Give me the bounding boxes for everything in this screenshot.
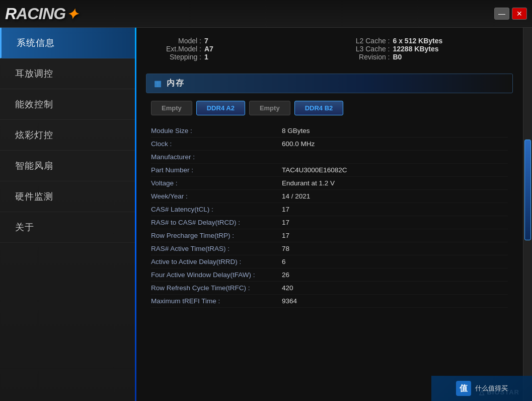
mem-row-2: Manufacturer :	[151, 151, 508, 164]
memory-details: Module Size : 8 GBytes Clock : 600.0 MHz…	[146, 124, 513, 308]
mem-val-9: 78	[282, 245, 289, 252]
cpu-extmodel-label: Ext.Model :	[151, 45, 201, 53]
mem-row-9: RAS# Active Time(tRAS) : 78	[151, 242, 508, 255]
mem-key-10: Active to Active Delay(tRRD) :	[151, 258, 282, 265]
mem-key-7: RAS# to CAS# Delay(tRCD) :	[151, 219, 282, 226]
cpu-l2cache-value: 6 x 512 KBytes	[393, 37, 443, 45]
mem-key-0: Module Size :	[151, 127, 282, 135]
mem-val-4: Endurant at 1.2 V	[282, 179, 335, 187]
cpu-l3cache-row: L3 Cache : 12288 KBytes	[340, 45, 508, 53]
sidebar-item-power[interactable]: 能效控制	[0, 89, 135, 120]
cpu-l2cache-row: L2 Cache : 6 x 512 KBytes	[340, 37, 508, 45]
mem-row-4: Voltage : Endurant at 1.2 V	[151, 177, 508, 190]
watermark-icon: 值	[456, 381, 471, 396]
scrollbar[interactable]	[523, 28, 532, 401]
sidebar-label-hardware: 硬件监测	[15, 191, 53, 202]
mem-key-4: Voltage :	[151, 179, 282, 187]
memory-section-title: 内存	[167, 78, 185, 89]
mem-row-8: Row Precharge Time(tRP) : 17	[151, 229, 508, 242]
sidebar-label-lighting: 炫彩灯控	[15, 130, 53, 140]
mem-row-3: Part Number : TAC4U3000E16082C	[151, 164, 508, 177]
mem-val-7: 17	[282, 219, 289, 226]
memory-section-header: ▦ 内存	[146, 74, 513, 93]
cpu-revision-row: Revision : B0	[340, 53, 508, 61]
mem-key-6: CAS# Latency(tCL) :	[151, 206, 282, 213]
mem-val-8: 17	[282, 232, 289, 239]
main-content: Model : 7 Ext.Model : A7 Stepping : 1 L2…	[136, 28, 523, 401]
mem-val-6: 17	[282, 206, 289, 213]
mem-key-9: RAS# Active Time(tRAS) :	[151, 245, 282, 252]
mem-val-13: 9364	[282, 297, 297, 305]
window-controls: — ✕	[494, 8, 527, 20]
cpu-model-row: Model : 7	[151, 37, 320, 45]
sidebar-label-sysinfo: 系统信息	[17, 38, 55, 48]
mem-val-12: 420	[282, 284, 293, 292]
mem-row-11: Four Active Window Delay(tFAW) : 26	[151, 269, 508, 282]
cpu-revision-value: B0	[393, 53, 402, 61]
mem-val-11: 26	[282, 271, 289, 279]
watermark: 值 什么值得买	[431, 376, 532, 401]
cpu-l2cache-label: L2 Cache :	[340, 37, 390, 45]
mem-val-5: 14 / 2021	[282, 192, 310, 200]
cpu-extmodel-value: A7	[204, 45, 213, 53]
mem-key-3: Part Number :	[151, 166, 282, 174]
sidebar-item-lighting[interactable]: 炫彩灯控	[0, 120, 135, 151]
mem-row-1: Clock : 600.0 MHz	[151, 138, 508, 151]
memory-tab-slot3[interactable]: Empty	[249, 101, 290, 115]
memory-tab-slot1[interactable]: Empty	[151, 101, 192, 115]
mem-key-1: Clock :	[151, 140, 282, 148]
cpu-info-left: Model : 7 Ext.Model : A7 Stepping : 1	[151, 37, 320, 61]
memory-tab-slot2[interactable]: DDR4 A2	[196, 101, 245, 115]
main-window: RACING✦ — ✕ 系统信息 耳放调控 能效控制 炫彩灯控 智能风扇 硬件监…	[0, 0, 532, 401]
mem-row-13: Maximum tREFI Time : 9364	[151, 295, 508, 308]
logo: RACING✦	[5, 1, 78, 26]
cpu-model-label: Model :	[151, 37, 201, 45]
memory-tab-slot2-label: DDR4 A2	[207, 104, 235, 112]
cpu-extmodel-row: Ext.Model : A7	[151, 45, 320, 53]
close-button[interactable]: ✕	[512, 8, 527, 20]
mem-row-0: Module Size : 8 GBytes	[151, 124, 508, 138]
sidebar-item-headphone[interactable]: 耳放调控	[0, 58, 135, 89]
mem-val-1: 600.0 MHz	[282, 140, 315, 148]
sidebar-label-fan: 智能风扇	[15, 161, 53, 171]
mem-key-12: Row Refresh Cycle Time(tRFC) :	[151, 284, 282, 292]
sidebar-item-hardware[interactable]: 硬件监测	[0, 181, 135, 212]
mem-key-5: Week/Year :	[151, 192, 282, 200]
memory-tab-slot4[interactable]: DDR4 B2	[294, 101, 344, 115]
mem-val-10: 6	[282, 258, 286, 265]
mem-val-3: TAC4U3000E16082C	[282, 166, 347, 174]
cpu-stepping-label: Stepping :	[151, 53, 201, 61]
mem-row-7: RAS# to CAS# Delay(tRCD) : 17	[151, 216, 508, 229]
watermark-icon-text: 值	[460, 383, 468, 394]
mem-key-11: Four Active Window Delay(tFAW) :	[151, 271, 282, 279]
cpu-l3cache-value: 12288 KBytes	[393, 45, 439, 53]
mem-key-8: Row Precharge Time(tRP) :	[151, 232, 282, 239]
memory-tab-slot4-label: DDR4 B2	[305, 104, 333, 112]
mem-row-6: CAS# Latency(tCL) : 17	[151, 203, 508, 216]
mem-row-5: Week/Year : 14 / 2021	[151, 190, 508, 203]
scrollbar-track	[523, 28, 532, 401]
sidebar-label-power: 能效控制	[15, 99, 53, 109]
mem-row-10: Active to Active Delay(tRRD) : 6	[151, 255, 508, 269]
cpu-stepping-value: 1	[204, 53, 208, 61]
sidebar-item-sysinfo[interactable]: 系统信息	[0, 28, 135, 58]
mem-row-12: Row Refresh Cycle Time(tRFC) : 420	[151, 282, 508, 295]
scrollbar-thumb[interactable]	[524, 140, 531, 240]
cpu-model-value: 7	[204, 37, 208, 45]
logo-text: RACING✦	[5, 5, 78, 23]
cpu-l3cache-label: L3 Cache :	[340, 45, 390, 53]
cpu-info-section: Model : 7 Ext.Model : A7 Stepping : 1 L2…	[136, 28, 523, 66]
memory-tab-slot3-label: Empty	[260, 104, 280, 112]
mem-key-13: Maximum tREFI Time :	[151, 297, 282, 305]
sidebar: 系统信息 耳放调控 能效控制 炫彩灯控 智能风扇 硬件监测 关于	[0, 28, 136, 401]
title-bar: RACING✦ — ✕	[0, 0, 532, 28]
sidebar-accent-line	[135, 28, 136, 401]
memory-icon: ▦	[154, 79, 162, 88]
sidebar-item-about[interactable]: 关于	[0, 212, 135, 243]
cpu-info-right: L2 Cache : 6 x 512 KBytes L3 Cache : 122…	[340, 37, 508, 61]
minimize-button[interactable]: —	[494, 8, 509, 20]
mem-val-0: 8 GBytes	[282, 127, 310, 135]
memory-section: ▦ 内存 Empty DDR4 A2 Empty DDR4 B2	[146, 74, 513, 308]
logo-accent-icon: ✦	[66, 7, 78, 22]
sidebar-item-fan[interactable]: 智能风扇	[0, 151, 135, 181]
